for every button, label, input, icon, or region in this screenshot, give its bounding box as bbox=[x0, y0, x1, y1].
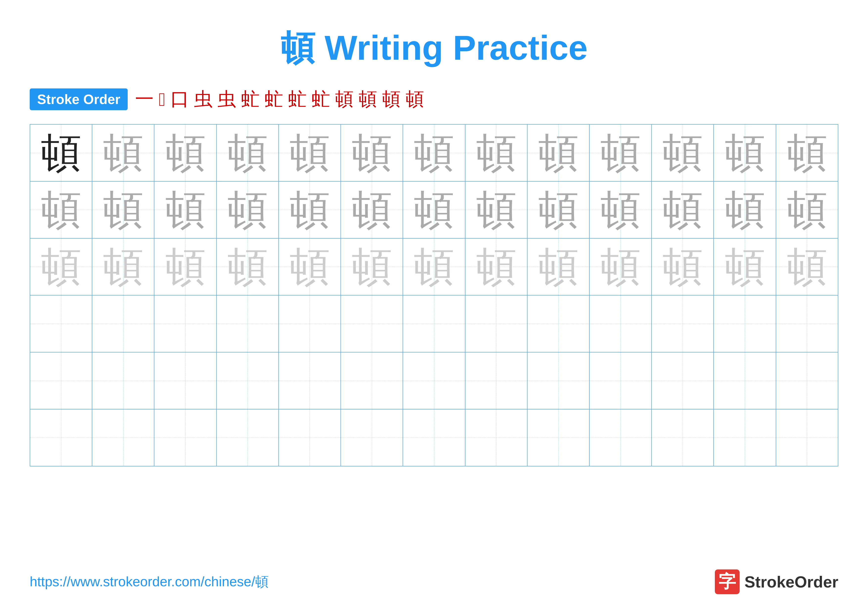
cell-6-4[interactable] bbox=[217, 409, 279, 466]
cell-1-4[interactable]: 頓 bbox=[217, 124, 279, 181]
cell-2-6[interactable]: 頓 bbox=[341, 181, 403, 238]
cell-2-13[interactable]: 頓 bbox=[776, 181, 838, 238]
cell-1-13[interactable]: 頓 bbox=[776, 124, 838, 181]
cell-1-8[interactable]: 頓 bbox=[465, 124, 527, 181]
cell-4-5[interactable] bbox=[279, 295, 341, 352]
cell-1-5[interactable]: 頓 bbox=[279, 124, 341, 181]
cell-4-12[interactable] bbox=[714, 295, 776, 352]
cell-1-7[interactable]: 頓 bbox=[403, 124, 465, 181]
cell-1-12[interactable]: 頓 bbox=[714, 124, 776, 181]
cell-6-11[interactable] bbox=[651, 409, 714, 466]
cell-2-8[interactable]: 頓 bbox=[465, 181, 527, 238]
cell-5-2[interactable] bbox=[92, 352, 154, 409]
cell-5-12[interactable] bbox=[714, 352, 776, 409]
cell-2-1[interactable]: 頓 bbox=[30, 181, 92, 238]
cell-3-1[interactable]: 頓 bbox=[30, 238, 92, 295]
char-guide: 頓 bbox=[476, 244, 517, 289]
cell-1-6[interactable]: 頓 bbox=[341, 124, 403, 181]
char-guide: 頓 bbox=[600, 187, 641, 233]
cell-4-9[interactable] bbox=[527, 295, 589, 352]
cell-5-5[interactable] bbox=[279, 352, 341, 409]
cell-6-5[interactable] bbox=[279, 409, 341, 466]
cell-2-2[interactable]: 頓 bbox=[92, 181, 154, 238]
cell-6-10[interactable] bbox=[589, 409, 651, 466]
brand-char: 字 bbox=[719, 570, 736, 594]
cell-3-10[interactable]: 頓 bbox=[589, 238, 651, 295]
cell-3-9[interactable]: 頓 bbox=[527, 238, 589, 295]
cell-4-13[interactable] bbox=[776, 295, 838, 352]
char-guide: 頓 bbox=[103, 187, 144, 233]
cell-3-13[interactable]: 頓 bbox=[776, 238, 838, 295]
cell-2-3[interactable]: 頓 bbox=[154, 181, 216, 238]
char-dark: 頓 bbox=[40, 130, 81, 176]
cell-5-10[interactable] bbox=[589, 352, 651, 409]
cell-3-2[interactable]: 頓 bbox=[92, 238, 154, 295]
cell-4-3[interactable] bbox=[154, 295, 216, 352]
cell-2-9[interactable]: 頓 bbox=[527, 181, 589, 238]
cell-3-11[interactable]: 頓 bbox=[651, 238, 714, 295]
stroke-step-2: 𠃊 bbox=[159, 89, 165, 110]
cell-2-11[interactable]: 頓 bbox=[651, 181, 714, 238]
cell-3-6[interactable]: 頓 bbox=[341, 238, 403, 295]
cell-2-4[interactable]: 頓 bbox=[217, 181, 279, 238]
cell-6-1[interactable] bbox=[30, 409, 92, 466]
cell-4-11[interactable] bbox=[651, 295, 714, 352]
cell-4-8[interactable] bbox=[465, 295, 527, 352]
char-guide: 頓 bbox=[538, 244, 579, 289]
cell-4-2[interactable] bbox=[92, 295, 154, 352]
cell-6-8[interactable] bbox=[465, 409, 527, 466]
stroke-step-12: 頓 bbox=[382, 87, 401, 112]
stroke-order-badge: Stroke Order bbox=[30, 89, 128, 110]
char-guide: 頓 bbox=[289, 130, 330, 176]
cell-4-4[interactable] bbox=[217, 295, 279, 352]
cell-4-6[interactable] bbox=[341, 295, 403, 352]
cell-1-9[interactable]: 頓 bbox=[527, 124, 589, 181]
footer: https://www.strokeorder.com/chinese/頓 字 … bbox=[30, 569, 838, 594]
cell-5-8[interactable] bbox=[465, 352, 527, 409]
cell-6-7[interactable] bbox=[403, 409, 465, 466]
cell-2-7[interactable]: 頓 bbox=[403, 181, 465, 238]
cell-1-1[interactable]: 頓 bbox=[30, 124, 92, 181]
char-guide: 頓 bbox=[600, 130, 641, 176]
cell-1-2[interactable]: 頓 bbox=[92, 124, 154, 181]
char-guide: 頓 bbox=[662, 130, 703, 176]
cell-3-12[interactable]: 頓 bbox=[714, 238, 776, 295]
cell-5-1[interactable] bbox=[30, 352, 92, 409]
char-guide: 頓 bbox=[40, 244, 81, 289]
cell-6-2[interactable] bbox=[92, 409, 154, 466]
cell-6-9[interactable] bbox=[527, 409, 589, 466]
cell-1-10[interactable]: 頓 bbox=[589, 124, 651, 181]
cell-4-10[interactable] bbox=[589, 295, 651, 352]
char-guide: 頓 bbox=[165, 187, 206, 233]
brand-icon: 字 bbox=[715, 569, 739, 594]
cell-5-3[interactable] bbox=[154, 352, 216, 409]
cell-5-6[interactable] bbox=[341, 352, 403, 409]
cell-3-3[interactable]: 頓 bbox=[154, 238, 216, 295]
char-guide: 頓 bbox=[40, 187, 81, 233]
char-guide: 頓 bbox=[724, 187, 765, 233]
cell-5-13[interactable] bbox=[776, 352, 838, 409]
cell-2-5[interactable]: 頓 bbox=[279, 181, 341, 238]
cell-6-6[interactable] bbox=[341, 409, 403, 466]
cell-6-13[interactable] bbox=[776, 409, 838, 466]
cell-5-7[interactable] bbox=[403, 352, 465, 409]
cell-3-5[interactable]: 頓 bbox=[279, 238, 341, 295]
cell-5-4[interactable] bbox=[217, 352, 279, 409]
cell-3-7[interactable]: 頓 bbox=[403, 238, 465, 295]
cell-5-11[interactable] bbox=[651, 352, 714, 409]
footer-url[interactable]: https://www.strokeorder.com/chinese/頓 bbox=[30, 573, 269, 591]
cell-1-3[interactable]: 頓 bbox=[154, 124, 216, 181]
footer-brand: 字 StrokeOrder bbox=[715, 569, 838, 594]
cell-2-10[interactable]: 頓 bbox=[589, 181, 651, 238]
cell-1-11[interactable]: 頓 bbox=[651, 124, 714, 181]
cell-5-9[interactable] bbox=[527, 352, 589, 409]
cell-4-7[interactable] bbox=[403, 295, 465, 352]
cell-6-3[interactable] bbox=[154, 409, 216, 466]
page: 頓 Writing Practice Stroke Order 一 𠃊 口 虫 … bbox=[0, 0, 868, 614]
cell-6-12[interactable] bbox=[714, 409, 776, 466]
cell-3-4[interactable]: 頓 bbox=[217, 238, 279, 295]
stroke-step-13: 頓 bbox=[406, 87, 424, 112]
cell-4-1[interactable] bbox=[30, 295, 92, 352]
cell-2-12[interactable]: 頓 bbox=[714, 181, 776, 238]
cell-3-8[interactable]: 頓 bbox=[465, 238, 527, 295]
